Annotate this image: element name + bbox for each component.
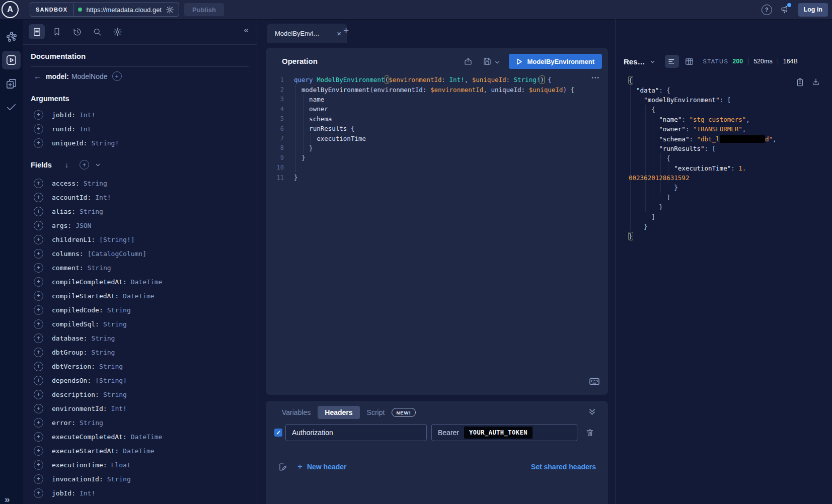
tab-script[interactable]: Script [367, 408, 385, 416]
field-name[interactable]: error: [52, 419, 75, 427]
header-name-input[interactable] [285, 424, 427, 441]
schema-field-row[interactable]: +compileStartedAt:DateTime [23, 289, 257, 303]
field-type[interactable]: Int! [80, 111, 95, 119]
schema-field-row[interactable]: +args:JSON [23, 218, 257, 232]
field-type[interactable]: Float [111, 461, 131, 469]
field-name[interactable]: compileStartedAt: [52, 292, 119, 300]
add-to-query-icon[interactable]: + [34, 460, 43, 470]
field-type[interactable]: [String!] [99, 236, 134, 243]
field-type[interactable]: DateTime [131, 433, 163, 441]
field-name[interactable]: compileCompletedAt: [52, 278, 127, 286]
code-line[interactable]: { [629, 153, 777, 163]
history-icon[interactable] [69, 24, 85, 39]
graph-icon[interactable] [2, 27, 21, 46]
code-line[interactable]: 3 name [273, 95, 574, 104]
copy-response-icon[interactable] [796, 77, 804, 87]
code-line[interactable]: 2 modelByEnvironment(environmentId: $env… [273, 85, 574, 94]
code-line[interactable]: } [629, 231, 777, 241]
schema-field-row[interactable]: +dbtVersion:String [23, 359, 257, 373]
add-to-query-icon[interactable]: + [34, 432, 43, 442]
field-type[interactable]: JSON [75, 222, 91, 229]
add-to-query-icon[interactable]: + [34, 193, 43, 202]
field-name[interactable]: description: [52, 391, 99, 398]
settings-icon[interactable] [109, 24, 125, 39]
editor-more-icon[interactable]: ••• [591, 75, 600, 80]
schema-field-row[interactable]: +database:String [23, 331, 257, 345]
schema-field-row[interactable]: +jobId:Int! [23, 486, 257, 500]
schema-field-row[interactable]: +invocationId:String [23, 472, 257, 486]
schema-field-row[interactable]: +alias:String [23, 204, 257, 218]
field-name[interactable]: jobId: [52, 111, 75, 119]
field-name[interactable]: uniqueId: [52, 139, 87, 147]
code-line[interactable]: { [629, 75, 777, 85]
operation-editor[interactable]: 1query ModelByEnvironment($environmentId… [273, 75, 574, 182]
field-name[interactable]: access: [52, 180, 80, 187]
field-type[interactable]: Int! [111, 405, 127, 412]
add-to-query-icon[interactable]: + [34, 291, 43, 301]
save-menu-chevron-icon[interactable] [495, 60, 500, 64]
checklist-icon[interactable] [2, 98, 21, 116]
search-icon[interactable] [89, 24, 105, 39]
schema-field-row[interactable]: +description:String [23, 387, 257, 401]
add-to-query-icon[interactable]: + [34, 333, 43, 343]
code-line[interactable]: } [629, 183, 777, 192]
add-to-query-icon[interactable]: + [34, 488, 43, 498]
schema-field-row[interactable]: +executionTime:Float [23, 458, 257, 472]
field-name[interactable]: executeStartedAt: [52, 447, 119, 455]
header-enabled-checkbox[interactable]: ✓ [274, 429, 282, 437]
field-type[interactable]: String [103, 391, 127, 398]
code-line[interactable]: 0023620128631592 [629, 173, 777, 183]
code-line[interactable]: 7 executionTime [273, 133, 574, 143]
field-name[interactable]: executeCompletedAt: [52, 433, 127, 441]
code-line[interactable]: 11} [273, 173, 574, 182]
collapse-panel-icon[interactable] [588, 408, 596, 415]
tab-variables[interactable]: Variables [282, 408, 311, 416]
field-name[interactable]: dependsOn: [52, 377, 91, 384]
field-name[interactable]: runId: [52, 125, 75, 133]
code-line[interactable]: ] [629, 193, 777, 202]
code-line[interactable]: } [629, 222, 777, 231]
schema-field-row[interactable]: +executeStartedAt:DateTime [23, 444, 257, 458]
add-to-query-icon[interactable]: + [34, 418, 43, 428]
schema-field-row[interactable]: +dependsOn:[String] [23, 373, 257, 387]
add-to-query-icon[interactable]: + [34, 207, 43, 216]
tab-modelbyenvironment[interactable]: ModelByEnvi… × [267, 24, 347, 43]
delete-header-icon[interactable] [585, 428, 594, 437]
add-to-query-icon[interactable]: + [34, 179, 43, 188]
field-name[interactable]: alias: [52, 208, 75, 215]
header-value-input[interactable]: Bearer YOUR_AUTH_TOKEN [431, 424, 577, 441]
keyboard-shortcuts-icon[interactable] [589, 377, 600, 386]
field-name[interactable]: invocationId: [52, 475, 103, 483]
auth-token-value[interactable]: YOUR_AUTH_TOKEN [464, 427, 533, 439]
field-type[interactable]: String [84, 180, 107, 187]
field-type[interactable]: [String] [95, 377, 127, 384]
field-type[interactable]: String [107, 306, 131, 314]
field-name[interactable]: compiledSql: [52, 320, 99, 328]
collapse-docs-icon[interactable]: « [244, 25, 249, 35]
code-line[interactable]: 9 } [273, 153, 574, 162]
schema-field-row[interactable]: +childrenL1:[String!] [23, 232, 257, 246]
tab-headers[interactable]: Headers [318, 406, 359, 419]
response-menu-chevron-icon[interactable] [650, 60, 655, 64]
schema-field-row[interactable]: +accountId:Int! [23, 190, 257, 204]
response-json[interactable]: { "data": { "modelByEnvironment": [ { "n… [629, 75, 777, 241]
add-to-query-icon[interactable]: + [34, 138, 43, 148]
code-line[interactable]: 1query ModelByEnvironment($environmentId… [273, 75, 574, 85]
expand-rail-icon[interactable]: » [5, 494, 10, 504]
field-type[interactable]: String [99, 363, 123, 370]
schema-field-row[interactable]: +comment:String [23, 261, 257, 275]
add-model-icon[interactable]: + [112, 71, 122, 81]
announcements-icon[interactable] [780, 5, 790, 15]
field-type[interactable]: String [91, 334, 115, 342]
code-line[interactable]: 5 schema [273, 114, 574, 124]
code-line[interactable]: } [629, 202, 777, 212]
code-line[interactable]: { [629, 105, 777, 114]
field-name[interactable]: childrenL1: [52, 236, 95, 243]
field-type[interactable]: DateTime [123, 447, 155, 455]
endpoint-settings-icon[interactable] [166, 6, 174, 14]
field-name[interactable]: environmentId: [52, 405, 107, 412]
add-to-query-icon[interactable]: + [34, 110, 43, 120]
operation-collections-icon[interactable] [2, 74, 21, 93]
schema-field-row[interactable]: +environmentId:Int! [23, 401, 257, 415]
code-line[interactable]: "name": "stg_customers", [629, 115, 777, 124]
